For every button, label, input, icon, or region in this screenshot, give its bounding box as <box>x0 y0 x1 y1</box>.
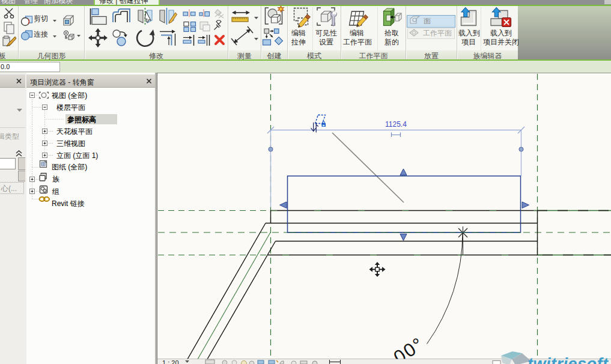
svg-text:1125.4: 1125.4 <box>385 120 407 129</box>
svg-text:0.00°: 0.00° <box>375 333 428 364</box>
svg-text:twitriesoft: twitriesoft <box>527 355 609 364</box>
